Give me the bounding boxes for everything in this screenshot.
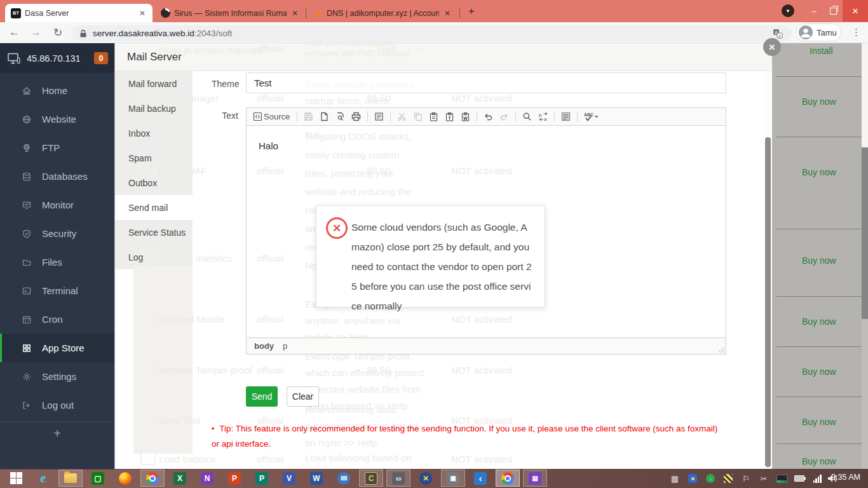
page-scrollbar-track[interactable] — [862, 43, 868, 147]
taskbar-purple-document-app[interactable]: ▤ — [523, 470, 547, 487]
spellcheck-button[interactable]: ABC — [581, 110, 604, 124]
taskbar-onenote[interactable]: N — [195, 470, 219, 487]
taskbar-file-explorer[interactable] — [58, 470, 83, 487]
find-button[interactable] — [519, 110, 535, 124]
taskbar-word[interactable]: W — [304, 470, 329, 487]
chrome-status-chevron-icon[interactable]: ▼ — [782, 4, 794, 17]
buy-now-link[interactable]: Buy now — [802, 255, 836, 266]
forward-icon[interactable]: → — [31, 26, 41, 39]
window-close-button[interactable]: ✕ — [843, 0, 868, 22]
taskbar-chrome-active[interactable] — [496, 470, 520, 487]
replace-button[interactable]: ba — [535, 110, 551, 124]
sidebar-item-terminal[interactable]: Terminal — [0, 276, 114, 305]
tab-dasa-server[interactable]: BT Dasa Server ✕ — [5, 4, 153, 22]
print-button[interactable] — [348, 110, 364, 124]
undo-button[interactable] — [480, 110, 496, 124]
sidebar-item-logout[interactable]: Log out — [0, 391, 114, 419]
tray-flag[interactable]: ⚐ — [738, 473, 754, 484]
tab-close-icon[interactable]: ✕ — [443, 9, 452, 18]
browser-profile-button[interactable]: Tamu — [796, 24, 841, 41]
tray-calendar-app[interactable] — [721, 473, 736, 484]
buy-now-link[interactable]: Buy now — [802, 367, 836, 377]
taskbar-internet-explorer[interactable]: e — [31, 470, 55, 487]
sidebar-item-monitor[interactable]: Monitor — [0, 191, 114, 219]
taskbar-firefox[interactable] — [113, 470, 137, 487]
tab-close-icon[interactable]: ✕ — [138, 9, 147, 18]
new-tab-button[interactable]: + — [468, 5, 475, 18]
tab-close-icon[interactable]: ✕ — [290, 9, 299, 18]
tray-app[interactable] — [685, 473, 700, 484]
menu-item-mail-forward[interactable]: Mail forward — [115, 71, 193, 96]
taskbar-yellow-c-app[interactable]: C — [359, 470, 383, 487]
copy-button[interactable] — [410, 110, 426, 124]
path-body[interactable]: body — [254, 341, 274, 351]
window-minimize-button[interactable]: – — [804, 0, 824, 22]
editor-content[interactable]: Halo — [259, 140, 278, 151]
tray-scissors-app[interactable]: ✂ — [756, 473, 771, 484]
buy-now-link[interactable]: Buy now — [802, 456, 836, 466]
modal-scrollbar-thumb[interactable] — [765, 72, 771, 137]
tray-network-signal[interactable] — [810, 473, 825, 484]
tray-idm[interactable]: ↓ — [703, 473, 718, 484]
sidebar-item-ftp[interactable]: FTP — [0, 133, 114, 162]
tab-dns[interactable]: ☁ DNS | adikomputer.xyz | Account ✕ — [308, 4, 458, 22]
taskbar-clock[interactable]: 9:35 AM — [827, 473, 864, 482]
cut-button[interactable] — [394, 110, 410, 124]
editor-element-path[interactable]: body p — [247, 337, 726, 354]
editor-resize-handle[interactable] — [718, 346, 724, 353]
install-link[interactable]: Install — [810, 46, 833, 56]
paste-button[interactable] — [426, 110, 442, 124]
save-button[interactable] — [301, 110, 316, 124]
menu-item-log[interactable]: Log — [115, 245, 193, 269]
redo-button[interactable] — [496, 110, 512, 124]
taskbar-store[interactable]: ▢ — [86, 470, 110, 487]
taskbar-vscode[interactable]: ‹ — [468, 470, 492, 487]
sidebar-item-home[interactable]: Home — [0, 76, 114, 105]
taskbar-thunderbird[interactable]: ✉ — [332, 470, 356, 487]
sidebar-item-security[interactable]: Security — [0, 219, 114, 248]
translate-icon[interactable]: A a — [773, 29, 783, 39]
menu-item-mail-backup[interactable]: Mail backup — [115, 96, 193, 121]
tray-battery[interactable] — [792, 473, 807, 484]
window-restore-button[interactable] — [824, 0, 843, 22]
page-scrollbar-track[interactable] — [862, 319, 868, 469]
theme-input[interactable] — [246, 72, 726, 93]
page-scrollbar-thumb[interactable] — [862, 147, 868, 319]
preview-button[interactable] — [332, 110, 348, 124]
back-icon[interactable]: ← — [9, 26, 20, 39]
paste-from-word-button[interactable] — [458, 110, 473, 124]
sidebar-item-cron[interactable]: Cron — [0, 305, 114, 334]
taskbar-system-monitor-app[interactable]: ▣ — [441, 470, 465, 487]
taskbar-chrome[interactable] — [140, 470, 165, 487]
buy-now-link[interactable]: Buy now — [802, 316, 836, 327]
menu-item-spam[interactable]: Spam — [115, 146, 193, 170]
sidebar-item-app-store[interactable]: App Store — [0, 334, 114, 362]
notification-badge[interactable]: 0 — [94, 52, 108, 64]
select-all-button[interactable] — [558, 110, 574, 124]
menu-item-service-status[interactable]: Service Status — [115, 220, 193, 245]
chrome-menu-icon[interactable]: ⋮ — [851, 27, 861, 38]
send-button[interactable]: Send — [246, 386, 278, 407]
add-shortcut-button[interactable]: + — [0, 426, 114, 441]
sidebar-item-settings[interactable]: Settings — [0, 362, 114, 391]
modal-scrollbar-track[interactable] — [765, 137, 771, 467]
buy-now-link[interactable]: Buy now — [802, 97, 836, 107]
new-page-button[interactable] — [316, 110, 332, 124]
taskbar-powerpoint[interactable]: P — [222, 470, 247, 487]
taskbar-excel[interactable]: X — [168, 470, 192, 487]
menu-item-inbox[interactable]: Inbox — [115, 121, 193, 146]
taskbar-visio[interactable]: V — [277, 470, 301, 487]
menu-item-send-mail[interactable]: Send mail — [115, 195, 193, 220]
source-button[interactable]: Source — [252, 110, 294, 124]
templates-button[interactable] — [371, 110, 387, 124]
buy-now-link[interactable]: Buy now — [802, 417, 836, 427]
start-button[interactable] — [4, 470, 28, 487]
address-bar[interactable]: server.dasakreativa.web.id:2043/soft A a — [71, 25, 792, 41]
modal-close-button[interactable]: ✕ — [763, 38, 781, 56]
path-p[interactable]: p — [283, 341, 287, 351]
tray-resource-graph[interactable] — [774, 473, 789, 484]
taskbar-publisher[interactable]: P — [250, 470, 274, 487]
clear-button[interactable]: Clear — [287, 386, 319, 407]
hidden-icons-button[interactable]: ▦ — [667, 473, 682, 484]
paste-as-text-button[interactable] — [442, 110, 458, 124]
